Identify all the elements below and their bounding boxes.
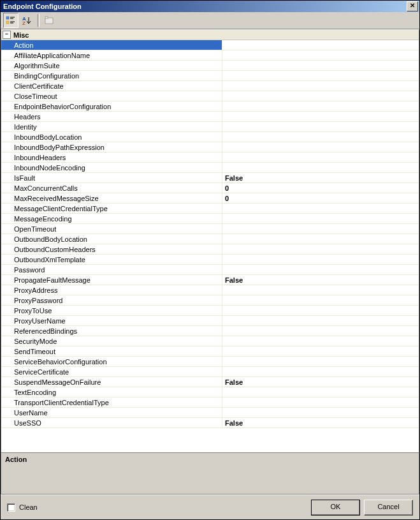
property-row[interactable]: CloseTimeout [1, 91, 419, 101]
property-name[interactable]: SuspendMessageOnFailure [1, 377, 222, 387]
property-row[interactable]: SuspendMessageOnFailureFalse [1, 377, 419, 387]
property-value[interactable] [222, 91, 419, 101]
property-value[interactable] [222, 367, 419, 377]
property-value[interactable] [222, 101, 419, 112]
property-row[interactable]: Identity [1, 122, 419, 132]
property-value[interactable]: 0 [222, 193, 419, 204]
property-row[interactable]: OutboundCustomHeaders [1, 244, 419, 255]
property-value[interactable]: False [222, 377, 419, 387]
property-name[interactable]: InboundBodyLocation [1, 132, 222, 142]
property-value[interactable] [222, 234, 419, 244]
property-name[interactable]: ProxyToUse [1, 306, 222, 316]
property-row[interactable]: BindingConfiguration [1, 71, 419, 81]
property-row[interactable]: ProxyToUse [1, 306, 419, 316]
close-button[interactable]: ✕ [407, 1, 418, 11]
property-value[interactable] [222, 122, 419, 132]
property-value[interactable] [222, 397, 419, 408]
property-row[interactable]: Headers [1, 112, 419, 122]
property-row[interactable]: OpenTimeout [1, 224, 419, 234]
property-row[interactable]: ServiceBehaviorConfiguration [1, 357, 419, 367]
ok-button[interactable]: OK [311, 500, 360, 516]
property-name[interactable]: ProxyUserName [1, 316, 222, 326]
property-row[interactable]: ProxyPassword [1, 295, 419, 306]
property-row[interactable]: OutboundBodyLocation [1, 234, 419, 244]
property-row[interactable]: PropagateFaultMessageFalse [1, 275, 419, 285]
property-value[interactable] [222, 81, 419, 91]
property-value[interactable] [222, 346, 419, 357]
property-row[interactable]: EndpointBehaviorConfiguration [1, 101, 419, 112]
property-value[interactable]: False [222, 275, 419, 285]
property-row[interactable]: OutboundXmlTemplate [1, 255, 419, 265]
property-value[interactable] [222, 387, 419, 397]
property-name[interactable]: OutboundCustomHeaders [1, 244, 222, 255]
property-value[interactable] [222, 71, 419, 81]
property-value[interactable] [222, 244, 419, 255]
property-value[interactable] [222, 204, 419, 214]
property-row[interactable]: SecurityMode [1, 336, 419, 346]
property-name[interactable]: UserName [1, 408, 222, 418]
property-name[interactable]: OpenTimeout [1, 224, 222, 234]
expander-icon[interactable]: − [3, 31, 11, 39]
property-row[interactable]: InboundHeaders [1, 152, 419, 163]
alphabetical-button[interactable]: A Z [20, 13, 34, 27]
property-value[interactable] [222, 132, 419, 142]
property-name[interactable]: InboundBodyPathExpression [1, 142, 222, 152]
property-name[interactable]: InboundNodeEncoding [1, 163, 222, 173]
property-name[interactable]: EndpointBehaviorConfiguration [1, 101, 222, 112]
property-value[interactable] [222, 306, 419, 316]
property-name[interactable]: Action [1, 40, 222, 50]
property-value[interactable]: False [222, 418, 419, 428]
property-row[interactable]: ClientCertificate [1, 81, 419, 91]
property-name[interactable]: ReferencedBindings [1, 326, 222, 336]
property-value[interactable] [222, 61, 419, 71]
property-value[interactable] [222, 40, 419, 50]
clean-checkbox[interactable] [7, 503, 15, 512]
property-value[interactable]: False [222, 173, 419, 183]
clean-checkbox-wrap[interactable]: Clean [7, 503, 307, 512]
property-name[interactable]: ServiceBehaviorConfiguration [1, 357, 222, 367]
property-value[interactable] [222, 357, 419, 367]
property-value[interactable] [222, 408, 419, 418]
property-name[interactable]: CloseTimeout [1, 91, 222, 101]
property-name[interactable]: TextEncoding [1, 387, 222, 397]
property-row[interactable]: SendTimeout [1, 346, 419, 357]
property-name[interactable]: ProxyAddress [1, 285, 222, 295]
property-row[interactable]: ProxyAddress [1, 285, 419, 295]
property-name[interactable]: ClientCertificate [1, 81, 222, 91]
property-value[interactable] [222, 142, 419, 152]
property-value[interactable] [222, 326, 419, 336]
categorized-button[interactable] [3, 13, 18, 28]
property-name[interactable]: MaxConcurrentCalls [1, 183, 222, 193]
property-row[interactable]: MessageEncoding [1, 214, 419, 224]
property-value[interactable]: 0 [222, 183, 419, 193]
property-row[interactable]: TextEncoding [1, 387, 419, 397]
property-name[interactable]: TransportClientCredentialType [1, 397, 222, 408]
property-row[interactable]: MaxConcurrentCalls0 [1, 183, 419, 193]
property-name[interactable]: BindingConfiguration [1, 71, 222, 81]
property-value[interactable] [222, 316, 419, 326]
property-name[interactable]: Identity [1, 122, 222, 132]
property-row[interactable]: Password [1, 265, 419, 275]
property-name[interactable]: SendTimeout [1, 346, 222, 357]
property-name[interactable]: MessageClientCredentialType [1, 204, 222, 214]
property-name[interactable]: PropagateFaultMessage [1, 275, 222, 285]
property-row[interactable]: AffiliateApplicationName [1, 50, 419, 61]
property-value[interactable] [222, 255, 419, 265]
property-pages-button[interactable] [42, 13, 56, 27]
property-name[interactable]: AlgorithmSuite [1, 61, 222, 71]
property-name[interactable]: IsFault [1, 173, 222, 183]
property-name[interactable]: MessageEncoding [1, 214, 222, 224]
property-row[interactable]: IsFaultFalse [1, 173, 419, 183]
property-row[interactable]: InboundNodeEncoding [1, 163, 419, 173]
property-value[interactable] [222, 214, 419, 224]
property-value[interactable] [222, 295, 419, 306]
property-row[interactable]: ServiceCertificate [1, 367, 419, 377]
property-value[interactable] [222, 336, 419, 346]
property-row[interactable]: TransportClientCredentialType [1, 397, 419, 408]
property-value[interactable] [222, 224, 419, 234]
property-value[interactable] [222, 265, 419, 275]
property-value[interactable] [222, 163, 419, 173]
cancel-button[interactable]: Cancel [364, 500, 413, 516]
property-row[interactable]: UseSSOFalse [1, 418, 419, 428]
property-row[interactable]: AlgorithmSuite [1, 61, 419, 71]
